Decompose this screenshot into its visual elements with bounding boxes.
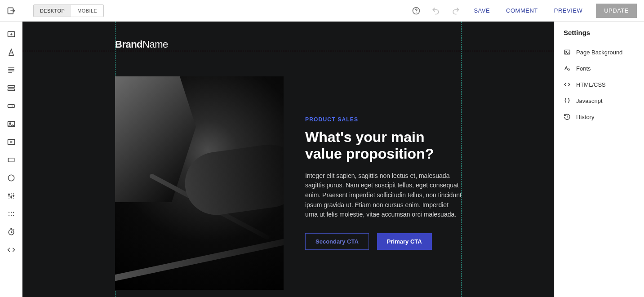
font-icon	[564, 65, 571, 72]
tool-code[interactable]	[6, 244, 17, 255]
tool-paragraph[interactable]	[6, 65, 17, 75]
tool-grid[interactable]	[6, 208, 17, 219]
settings-item-label: Fonts	[576, 65, 591, 72]
primary-cta[interactable]: Primary CTA	[377, 233, 432, 250]
image-icon	[7, 120, 16, 129]
settings-panel: Settings Page Background Fonts HTML/CSS …	[554, 22, 644, 297]
exit-icon	[7, 6, 16, 15]
settings-item-fonts[interactable]: Fonts	[555, 60, 644, 76]
svg-point-23	[566, 51, 567, 52]
page-content: BrandName PRODUCT SALES What's your main…	[115, 22, 462, 297]
hero-image[interactable]	[115, 76, 284, 290]
history-icon	[564, 113, 571, 120]
mobile-toggle[interactable]: MOBILE	[71, 5, 103, 17]
help-icon	[412, 6, 421, 15]
svg-point-17	[13, 212, 13, 213]
settings-item-page-background[interactable]: Page Background	[555, 44, 644, 60]
settings-item-label: Javascript	[576, 98, 603, 104]
settings-item-label: History	[576, 114, 594, 120]
topbar: DESKTOP MOBILE SAVE COMMENT PREVIEW UPDA…	[0, 0, 644, 22]
undo-button[interactable]	[428, 3, 444, 19]
settings-item-label: HTML/CSS	[576, 81, 606, 88]
braces-icon	[564, 97, 571, 104]
circle-icon	[7, 173, 16, 182]
svg-point-13	[10, 196, 12, 198]
hero-text: PRODUCT SALES What's your main value pro…	[305, 116, 462, 250]
svg-point-11	[8, 175, 14, 181]
tool-slider[interactable]	[6, 191, 17, 201]
image-icon	[564, 49, 571, 56]
svg-rect-6	[8, 105, 14, 108]
body-copy[interactable]: Integer elit sapien, sagittis non lectus…	[305, 171, 462, 220]
eyebrow[interactable]: PRODUCT SALES	[305, 116, 462, 123]
comment-button[interactable]: COMMENT	[500, 3, 544, 19]
form-icon	[7, 84, 16, 93]
update-button[interactable]: UPDATE	[596, 4, 637, 18]
tool-rail	[0, 22, 22, 297]
svg-point-12	[8, 194, 9, 195]
tool-video[interactable]	[6, 137, 17, 147]
exit-button[interactable]	[0, 0, 22, 21]
svg-point-15	[8, 212, 9, 213]
tool-text[interactable]	[6, 47, 17, 58]
paragraph-icon	[7, 66, 16, 75]
redo-icon	[451, 6, 460, 15]
tool-section[interactable]	[6, 29, 17, 40]
brand-bold: Brand	[115, 39, 142, 50]
tool-timer[interactable]	[6, 226, 17, 237]
svg-point-8	[9, 123, 11, 124]
tool-image[interactable]	[6, 119, 17, 129]
timer-icon	[7, 227, 16, 236]
settings-item-history[interactable]: History	[555, 109, 644, 125]
tool-shape[interactable]	[6, 173, 17, 183]
svg-point-18	[8, 215, 9, 216]
svg-point-19	[10, 215, 11, 216]
tool-form[interactable]	[6, 83, 17, 93]
button-icon	[7, 102, 16, 111]
brand-light: Name	[142, 39, 168, 50]
headline[interactable]: What's your main value proposition?	[305, 129, 462, 162]
slider-icon	[7, 191, 16, 200]
svg-rect-10	[8, 158, 14, 162]
svg-point-2	[416, 12, 417, 13]
svg-point-16	[10, 212, 11, 213]
redo-button[interactable]	[448, 3, 464, 19]
hero-row: PRODUCT SALES What's your main value pro…	[115, 76, 462, 290]
svg-rect-4	[8, 85, 14, 87]
code-icon	[564, 81, 571, 88]
box-icon	[7, 155, 16, 164]
undo-icon	[431, 6, 440, 15]
settings-item-html-css[interactable]: HTML/CSS	[555, 76, 644, 93]
settings-item-label: Page Background	[576, 49, 622, 56]
brand-logo[interactable]: BrandName	[115, 39, 462, 50]
video-icon	[7, 137, 16, 146]
tool-button[interactable]	[6, 101, 17, 111]
preview-button[interactable]: PREVIEW	[548, 3, 589, 19]
svg-rect-5	[8, 89, 14, 91]
cta-row: Secondary CTA Primary CTA	[305, 233, 462, 250]
desktop-toggle[interactable]: DESKTOP	[34, 5, 71, 17]
code-icon	[7, 245, 16, 254]
settings-title: Settings	[555, 29, 644, 42]
svg-point-20	[13, 215, 13, 216]
svg-point-14	[13, 195, 14, 196]
section-add-icon	[7, 30, 16, 39]
settings-item-javascript[interactable]: Javascript	[555, 93, 644, 109]
save-button[interactable]: SAVE	[467, 3, 496, 19]
canvas[interactable]: BrandName PRODUCT SALES What's your main…	[22, 22, 554, 297]
tool-box[interactable]	[6, 155, 17, 165]
grid-dots-icon	[7, 209, 16, 218]
secondary-cta[interactable]: Secondary CTA	[305, 233, 369, 250]
view-toggle: DESKTOP MOBILE	[33, 4, 104, 17]
text-icon	[7, 48, 16, 57]
help-button[interactable]	[408, 3, 424, 19]
